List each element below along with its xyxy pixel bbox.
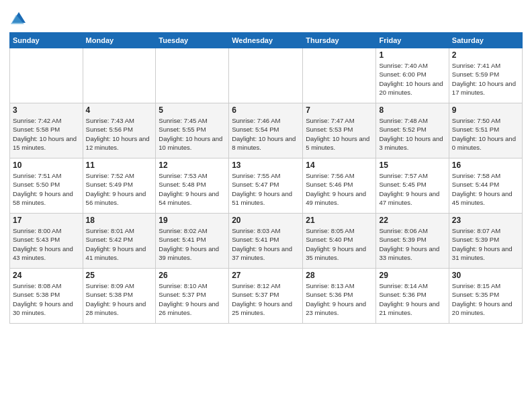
calendar-cell <box>303 48 376 103</box>
day-info: Sunrise: 7:45 AMSunset: 5:55 PMDaylight:… <box>159 116 226 152</box>
day-number: 13 <box>232 161 300 170</box>
day-number: 22 <box>379 216 445 225</box>
calendar-cell: 17Sunrise: 8:00 AMSunset: 5:43 PMDayligh… <box>10 214 83 269</box>
calendar-cell: 4Sunrise: 7:43 AMSunset: 5:56 PMDaylight… <box>83 103 156 158</box>
calendar-cell: 19Sunrise: 8:02 AMSunset: 5:41 PMDayligh… <box>156 214 229 269</box>
day-number: 6 <box>232 105 300 115</box>
week-row-1: 3Sunrise: 7:42 AMSunset: 5:58 PMDaylight… <box>10 103 523 158</box>
day-info: Sunrise: 7:50 AMSunset: 5:51 PMDaylight:… <box>452 116 519 152</box>
day-number: 12 <box>159 161 226 170</box>
calendar-cell: 13Sunrise: 7:55 AMSunset: 5:47 PMDayligh… <box>229 158 303 214</box>
day-number: 2 <box>452 50 519 60</box>
day-number: 9 <box>452 105 519 115</box>
day-number: 21 <box>306 216 373 225</box>
day-number: 25 <box>86 271 153 280</box>
calendar: SundayMondayTuesdayWednesdayThursdayFrid… <box>9 32 523 324</box>
calendar-cell: 28Sunrise: 8:13 AMSunset: 5:36 PMDayligh… <box>303 269 376 324</box>
day-info: Sunrise: 8:03 AMSunset: 5:41 PMDaylight:… <box>232 226 300 262</box>
day-number: 27 <box>232 271 300 280</box>
calendar-cell: 30Sunrise: 8:15 AMSunset: 5:35 PMDayligh… <box>449 269 522 324</box>
calendar-cell: 24Sunrise: 8:08 AMSunset: 5:38 PMDayligh… <box>10 269 83 324</box>
weekday-row: SundayMondayTuesdayWednesdayThursdayFrid… <box>10 33 523 48</box>
calendar-cell: 22Sunrise: 8:06 AMSunset: 5:39 PMDayligh… <box>376 214 449 269</box>
calendar-cell <box>156 48 229 103</box>
day-info: Sunrise: 7:58 AMSunset: 5:44 PMDaylight:… <box>452 171 519 207</box>
day-number: 4 <box>86 105 153 115</box>
day-info: Sunrise: 8:00 AMSunset: 5:43 PMDaylight:… <box>13 226 80 262</box>
day-info: Sunrise: 7:56 AMSunset: 5:46 PMDaylight:… <box>306 171 373 207</box>
day-info: Sunrise: 7:46 AMSunset: 5:54 PMDaylight:… <box>232 116 300 152</box>
day-number: 3 <box>13 105 80 115</box>
calendar-cell: 26Sunrise: 8:10 AMSunset: 5:37 PMDayligh… <box>156 269 229 324</box>
day-number: 17 <box>13 216 80 225</box>
day-info: Sunrise: 7:57 AMSunset: 5:45 PMDaylight:… <box>379 171 445 207</box>
day-info: Sunrise: 7:43 AMSunset: 5:56 PMDaylight:… <box>86 116 153 152</box>
calendar-cell: 7Sunrise: 7:47 AMSunset: 5:53 PMDaylight… <box>303 103 376 158</box>
calendar-cell: 16Sunrise: 7:58 AMSunset: 5:44 PMDayligh… <box>449 158 522 214</box>
day-info: Sunrise: 8:01 AMSunset: 5:42 PMDaylight:… <box>86 226 153 262</box>
calendar-cell: 3Sunrise: 7:42 AMSunset: 5:58 PMDaylight… <box>10 103 83 158</box>
calendar-cell <box>10 48 83 103</box>
day-info: Sunrise: 8:08 AMSunset: 5:38 PMDaylight:… <box>13 281 80 317</box>
day-info: Sunrise: 7:41 AMSunset: 5:59 PMDaylight:… <box>452 61 519 97</box>
week-row-3: 17Sunrise: 8:00 AMSunset: 5:43 PMDayligh… <box>10 214 523 269</box>
logo-icon <box>9 9 28 28</box>
calendar-cell: 21Sunrise: 8:05 AMSunset: 5:40 PMDayligh… <box>303 214 376 269</box>
calendar-cell: 18Sunrise: 8:01 AMSunset: 5:42 PMDayligh… <box>83 214 156 269</box>
day-number: 23 <box>452 216 519 225</box>
week-row-4: 24Sunrise: 8:08 AMSunset: 5:38 PMDayligh… <box>10 269 523 324</box>
day-info: Sunrise: 7:55 AMSunset: 5:47 PMDaylight:… <box>232 171 300 207</box>
day-info: Sunrise: 8:06 AMSunset: 5:39 PMDaylight:… <box>379 226 445 262</box>
weekday-header-wednesday: Wednesday <box>229 33 303 48</box>
calendar-cell: 6Sunrise: 7:46 AMSunset: 5:54 PMDaylight… <box>229 103 303 158</box>
day-info: Sunrise: 7:53 AMSunset: 5:48 PMDaylight:… <box>159 171 226 207</box>
day-number: 1 <box>379 50 445 60</box>
day-number: 18 <box>86 216 153 225</box>
week-row-0: 1Sunrise: 7:40 AMSunset: 6:00 PMDaylight… <box>10 48 523 103</box>
day-info: Sunrise: 8:07 AMSunset: 5:39 PMDaylight:… <box>452 226 519 262</box>
calendar-header: SundayMondayTuesdayWednesdayThursdayFrid… <box>10 33 523 48</box>
day-info: Sunrise: 7:51 AMSunset: 5:50 PMDaylight:… <box>13 171 80 207</box>
day-info: Sunrise: 7:52 AMSunset: 5:49 PMDaylight:… <box>86 171 153 207</box>
calendar-cell: 27Sunrise: 8:12 AMSunset: 5:37 PMDayligh… <box>229 269 303 324</box>
calendar-cell: 10Sunrise: 7:51 AMSunset: 5:50 PMDayligh… <box>10 158 83 214</box>
day-number: 14 <box>306 161 373 170</box>
day-number: 19 <box>159 216 226 225</box>
day-info: Sunrise: 7:48 AMSunset: 5:52 PMDaylight:… <box>379 116 445 152</box>
day-info: Sunrise: 8:02 AMSunset: 5:41 PMDaylight:… <box>159 226 226 262</box>
calendar-cell: 23Sunrise: 8:07 AMSunset: 5:39 PMDayligh… <box>449 214 522 269</box>
day-info: Sunrise: 8:09 AMSunset: 5:38 PMDaylight:… <box>86 281 153 317</box>
day-info: Sunrise: 8:14 AMSunset: 5:36 PMDaylight:… <box>379 281 445 317</box>
weekday-header-friday: Friday <box>376 33 449 48</box>
day-number: 5 <box>159 105 226 115</box>
calendar-cell <box>229 48 303 103</box>
day-number: 29 <box>379 271 445 280</box>
week-row-2: 10Sunrise: 7:51 AMSunset: 5:50 PMDayligh… <box>10 158 523 214</box>
calendar-cell: 8Sunrise: 7:48 AMSunset: 5:52 PMDaylight… <box>376 103 449 158</box>
weekday-header-monday: Monday <box>83 33 156 48</box>
calendar-cell: 12Sunrise: 7:53 AMSunset: 5:48 PMDayligh… <box>156 158 229 214</box>
weekday-header-saturday: Saturday <box>449 33 522 48</box>
calendar-body: 1Sunrise: 7:40 AMSunset: 6:00 PMDaylight… <box>10 48 523 324</box>
day-info: Sunrise: 7:47 AMSunset: 5:53 PMDaylight:… <box>306 116 373 152</box>
day-number: 30 <box>452 271 519 280</box>
day-info: Sunrise: 8:10 AMSunset: 5:37 PMDaylight:… <box>159 281 226 317</box>
header <box>9 7 523 28</box>
weekday-header-thursday: Thursday <box>303 33 376 48</box>
day-number: 15 <box>379 161 445 170</box>
calendar-cell: 15Sunrise: 7:57 AMSunset: 5:45 PMDayligh… <box>376 158 449 214</box>
day-info: Sunrise: 8:13 AMSunset: 5:36 PMDaylight:… <box>306 281 373 317</box>
calendar-cell: 25Sunrise: 8:09 AMSunset: 5:38 PMDayligh… <box>83 269 156 324</box>
day-info: Sunrise: 8:05 AMSunset: 5:40 PMDaylight:… <box>306 226 373 262</box>
day-number: 20 <box>232 216 300 225</box>
day-number: 26 <box>159 271 226 280</box>
day-info: Sunrise: 8:12 AMSunset: 5:37 PMDaylight:… <box>232 281 300 317</box>
page: SundayMondayTuesdayWednesdayThursdayFrid… <box>0 0 532 330</box>
weekday-header-sunday: Sunday <box>10 33 83 48</box>
day-number: 11 <box>86 161 153 170</box>
day-number: 28 <box>306 271 373 280</box>
day-info: Sunrise: 7:42 AMSunset: 5:58 PMDaylight:… <box>13 116 80 152</box>
day-info: Sunrise: 7:40 AMSunset: 6:00 PMDaylight:… <box>379 61 445 97</box>
logo <box>9 9 31 28</box>
day-number: 16 <box>452 161 519 170</box>
